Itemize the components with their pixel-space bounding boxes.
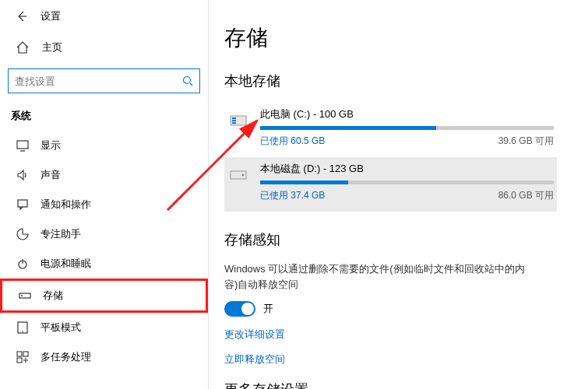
search-input[interactable]	[15, 75, 182, 87]
storage-sense-toggle[interactable]	[224, 301, 255, 317]
section-title: 系统	[0, 104, 208, 131]
storage-sense-toggle-row: 开	[224, 301, 557, 317]
storage-sense-title: 存储感知	[224, 230, 557, 249]
notification-icon	[16, 198, 30, 212]
nav-label: 平板模式	[40, 321, 81, 335]
drive-d-bar	[260, 180, 554, 184]
drive-d-name: 本地磁盘 (D:) - 123 GB	[260, 162, 554, 176]
svg-rect-14	[232, 122, 236, 124]
svg-point-0	[184, 77, 191, 84]
svg-rect-13	[232, 120, 236, 121]
search-box[interactable]	[8, 68, 200, 93]
drive-d-icon	[227, 163, 249, 185]
svg-rect-8	[17, 352, 22, 356]
drive-d-used[interactable]: 已使用 37.4 GB	[260, 189, 325, 202]
focus-icon	[16, 227, 30, 241]
svg-rect-9	[23, 352, 28, 356]
svg-rect-12	[232, 117, 236, 119]
svg-rect-1	[17, 141, 28, 149]
home-row[interactable]: 主页	[0, 34, 208, 65]
display-icon	[16, 138, 30, 152]
nav-label: 通知和操作	[40, 198, 91, 212]
local-storage-title: 本地存储	[224, 72, 557, 90]
svg-point-7	[22, 331, 23, 332]
free-now-link[interactable]: 立即释放空间	[224, 352, 557, 366]
nav-notifications[interactable]: 通知和操作	[0, 190, 208, 219]
drive-d-row[interactable]: 本地磁盘 (D:) - 123 GB 已使用 37.4 GB 86.0 GB 可…	[224, 157, 557, 212]
nav-label: 电源和睡眠	[40, 257, 91, 271]
svg-rect-2	[18, 200, 27, 207]
storage-icon	[18, 289, 32, 303]
nav-display[interactable]: 显示	[0, 131, 208, 160]
sidebar: 设置 主页 系统 显示 声音 通知和操作 专注助手 电源和睡眠 存储	[0, 0, 209, 389]
drive-d-info: 本地磁盘 (D:) - 123 GB 已使用 37.4 GB 86.0 GB 可…	[260, 162, 554, 202]
nav-label: 专注助手	[40, 227, 81, 241]
power-icon	[16, 257, 30, 271]
nav-power[interactable]: 电源和睡眠	[0, 249, 208, 279]
svg-point-5	[21, 295, 23, 296]
sound-icon	[16, 168, 30, 182]
more-storage-title: 更多存储设置	[224, 380, 557, 389]
drive-c-bar	[260, 126, 554, 130]
drive-c-free: 39.6 GB 可用	[498, 135, 554, 148]
change-details-link[interactable]: 更改详细设置	[224, 328, 557, 342]
storage-sense-desc: Windows 可以通过删除不需要的文件(例如临时文件和回收站中的内容)自动释放…	[224, 261, 536, 292]
nav-multitask[interactable]: 多任务处理	[0, 342, 208, 372]
drive-c-name: 此电脑 (C:) - 100 GB	[260, 107, 554, 121]
search-icon	[182, 75, 193, 86]
settings-label: 设置	[40, 9, 61, 23]
back-arrow-icon	[16, 10, 28, 23]
drive-c-row[interactable]: 此电脑 (C:) - 100 GB 已使用 60.5 GB 39.6 GB 可用	[224, 103, 557, 157]
multitask-icon	[16, 350, 30, 364]
back-row[interactable]: 设置	[0, 6, 208, 34]
nav-label: 多任务处理	[40, 350, 91, 364]
nav-focus[interactable]: 专注助手	[0, 219, 208, 249]
nav-storage[interactable]: 存储	[0, 279, 208, 313]
drive-c-icon	[227, 109, 249, 131]
tablet-icon	[16, 321, 30, 335]
nav-sound[interactable]: 声音	[0, 160, 208, 190]
toggle-state-label: 开	[263, 302, 273, 316]
svg-point-16	[242, 174, 244, 176]
content-pane: 存储 本地存储 此电脑 (C:) - 100 GB 已使用 60.5 GB 39…	[209, 0, 588, 389]
page-title: 存储	[224, 23, 557, 53]
nav-tablet[interactable]: 平板模式	[0, 313, 208, 342]
nav-label: 声音	[40, 168, 61, 182]
drive-c-used[interactable]: 已使用 60.5 GB	[260, 135, 325, 148]
nav-label: 存储	[43, 289, 63, 303]
svg-rect-10	[17, 358, 22, 363]
drive-d-free: 86.0 GB 可用	[498, 189, 554, 202]
drive-c-info: 此电脑 (C:) - 100 GB 已使用 60.5 GB 39.6 GB 可用	[260, 107, 554, 148]
nav-label: 显示	[40, 138, 61, 152]
home-label: 主页	[42, 40, 62, 54]
home-icon	[16, 40, 30, 54]
